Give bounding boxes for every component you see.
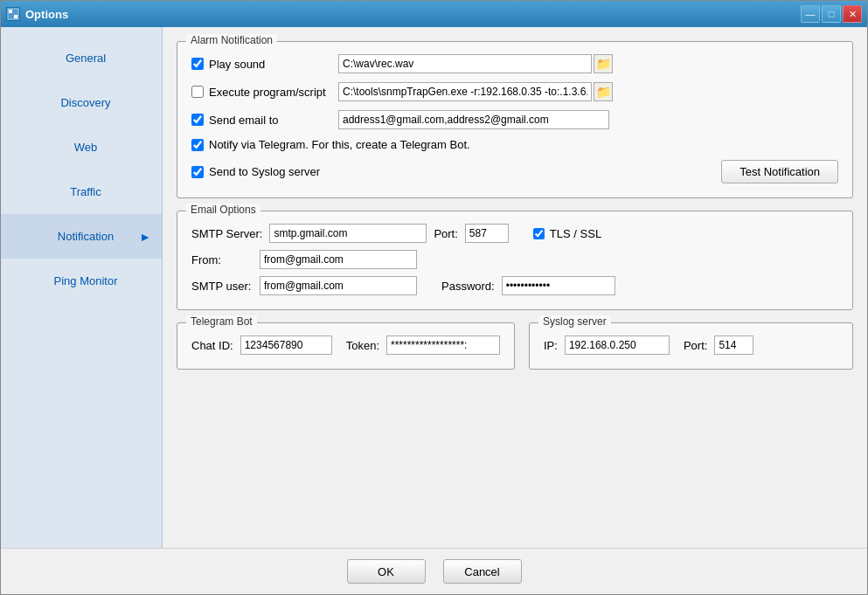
title-bar: Options — □ ✕ (1, 1, 867, 27)
play-sound-checkbox-label[interactable]: Play sound (191, 58, 331, 71)
token-label: Token: (346, 339, 379, 352)
sidebar-item-notification[interactable]: Notification ► (1, 214, 162, 259)
execute-program-input[interactable] (338, 82, 592, 101)
svg-rect-1 (9, 10, 12, 13)
smtp-server-input[interactable] (269, 224, 427, 243)
sidebar-item-traffic[interactable]: Traffic (1, 170, 162, 214)
port-input[interactable] (465, 224, 509, 243)
token-input[interactable] (386, 336, 500, 355)
port-label: Port: (434, 227, 457, 240)
tls-row: TLS / SSL (533, 227, 601, 240)
play-sound-row: Play sound 📁 (191, 54, 838, 73)
window-controls: — □ ✕ (801, 5, 862, 23)
from-label: From: (191, 253, 253, 266)
email-options-group: Email Options SMTP Server: Port: TLS / S… (177, 211, 853, 310)
password-input[interactable] (502, 276, 615, 295)
test-notification-button[interactable]: Test Notification (721, 160, 838, 183)
telegram-bot-group: Telegram Bot Chat ID: Token: (177, 322, 515, 370)
bottom-row: Telegram Bot Chat ID: Token: Syslog serv… (177, 322, 853, 370)
chat-id-label: Chat ID: (191, 339, 233, 352)
alarm-notification-group: Alarm Notification Play sound 📁 (177, 41, 853, 198)
window-body: General Discovery Web Traffic Notificati… (1, 27, 867, 548)
syslog-server-group: Syslog server IP: Port: (529, 322, 853, 370)
from-input[interactable] (260, 250, 417, 269)
syslog-checkbox[interactable] (191, 166, 204, 178)
sidebar-item-general[interactable]: General (1, 36, 162, 80)
bottom-buttons: OK Cancel (1, 548, 867, 594)
send-email-checkbox-label[interactable]: Send email to (191, 114, 331, 127)
syslog-server-title: Syslog server (538, 315, 611, 328)
tls-checkbox[interactable] (533, 228, 545, 239)
execute-program-file-row: 📁 (338, 82, 613, 101)
telegram-checkbox-label[interactable]: Notify via Telegram. For this, create a … (191, 138, 470, 151)
send-email-checkbox[interactable] (191, 114, 204, 126)
minimize-button[interactable]: — (801, 5, 820, 23)
smtp-server-label: SMTP Server: (191, 227, 262, 240)
svg-rect-2 (14, 15, 17, 18)
alarm-notification-title: Alarm Notification (186, 34, 277, 46)
folder-icon-2: 📁 (596, 85, 611, 99)
smtp-server-row: SMTP Server: Port: TLS / SSL (191, 224, 838, 243)
syslog-checkbox-label[interactable]: Send to Syslog server (191, 165, 331, 178)
execute-program-checkbox[interactable] (191, 86, 204, 98)
execute-program-row: Execute program/script 📁 (191, 82, 838, 101)
play-sound-file-row: 📁 (338, 54, 613, 73)
main-content: Alarm Notification Play sound 📁 (163, 27, 867, 548)
telegram-bot-title: Telegram Bot (186, 315, 257, 328)
execute-program-browse-button[interactable]: 📁 (594, 82, 613, 101)
password-label: Password: (441, 280, 495, 293)
smtp-user-input[interactable] (260, 276, 417, 295)
smtp-user-label: SMTP user: (191, 280, 253, 293)
ok-button[interactable]: OK (347, 559, 426, 584)
smtp-user-row: SMTP user: Password: (191, 276, 838, 295)
syslog-notify-row: Send to Syslog server Test Notification (191, 160, 838, 183)
play-sound-input[interactable] (338, 54, 592, 73)
telegram-checkbox[interactable] (191, 139, 204, 151)
email-options-title: Email Options (186, 204, 260, 216)
syslog-port-input[interactable] (714, 336, 753, 355)
sidebar-item-web[interactable]: Web (1, 125, 162, 170)
window-icon (6, 7, 20, 21)
sidebar-item-ping-monitor[interactable]: Ping Monitor (1, 259, 162, 303)
syslog-ip-input[interactable] (565, 336, 670, 355)
send-email-row: Send email to (191, 110, 838, 129)
from-row: From: (191, 250, 838, 269)
active-arrow-icon: ► (139, 230, 151, 244)
cancel-button[interactable]: Cancel (443, 559, 522, 584)
syslog-port-label: Port: (684, 339, 707, 352)
window-title: Options (25, 8, 801, 21)
maximize-button[interactable]: □ (822, 5, 841, 23)
chat-id-input[interactable] (240, 336, 332, 355)
sidebar: General Discovery Web Traffic Notificati… (1, 27, 163, 548)
send-email-input[interactable] (338, 110, 609, 129)
tls-label: TLS / SSL (550, 227, 601, 240)
options-window: Options — □ ✕ General Discovery Web Traf… (0, 0, 868, 595)
play-sound-checkbox[interactable] (191, 58, 204, 70)
syslog-ip-label: IP: (544, 339, 558, 352)
sidebar-item-discovery[interactable]: Discovery (1, 80, 162, 125)
play-sound-browse-button[interactable]: 📁 (594, 54, 613, 73)
telegram-notify-row: Notify via Telegram. For this, create a … (191, 138, 838, 151)
folder-icon: 📁 (596, 57, 611, 71)
execute-program-checkbox-label[interactable]: Execute program/script (191, 86, 331, 99)
close-button[interactable]: ✕ (843, 5, 862, 23)
